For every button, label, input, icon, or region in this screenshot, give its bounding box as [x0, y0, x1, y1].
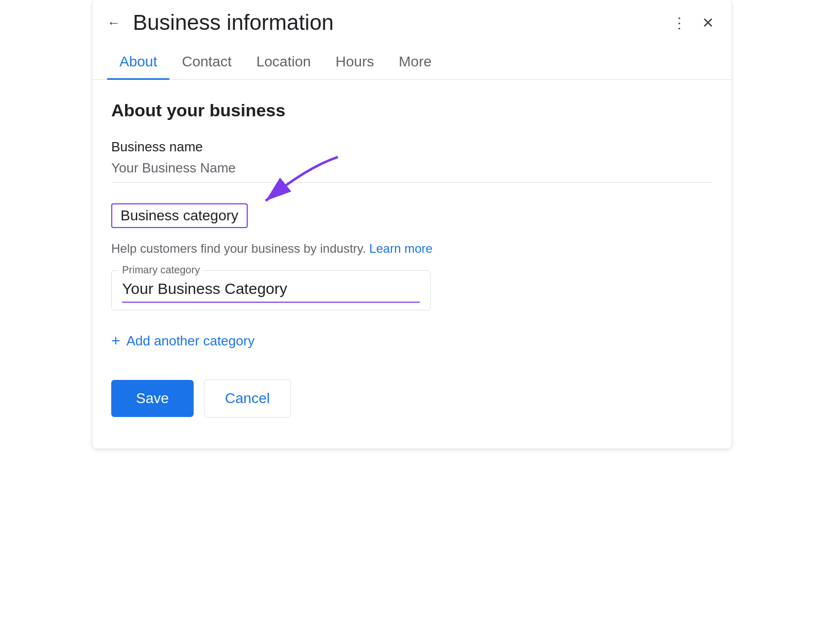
- learn-more-link[interactable]: Learn more: [369, 241, 433, 255]
- business-name-label: Business name: [111, 139, 713, 155]
- help-text: Help customers find your business by ind…: [111, 241, 713, 256]
- primary-category-label: Primary category: [119, 264, 203, 276]
- tab-about[interactable]: About: [107, 43, 169, 80]
- more-options-button[interactable]: ⋮: [669, 12, 690, 33]
- primary-category-value: Your Business Category: [122, 280, 420, 303]
- save-button[interactable]: Save: [111, 380, 194, 417]
- section-title: About your business: [111, 100, 713, 120]
- field-divider: [111, 182, 713, 183]
- dialog-header: ← Business information ⋮ ✕: [93, 0, 731, 43]
- cancel-button[interactable]: Cancel: [204, 379, 291, 417]
- tabs-container: About Contact Location Hours More: [93, 43, 731, 80]
- tab-more[interactable]: More: [386, 43, 444, 80]
- business-name-section: Business name Your Business Name: [111, 139, 713, 183]
- more-icon: ⋮: [672, 14, 686, 31]
- close-button[interactable]: ✕: [699, 12, 717, 33]
- primary-category-field[interactable]: Primary category Your Business Category: [111, 270, 431, 310]
- back-icon: ←: [107, 16, 121, 29]
- add-category-label: Add another category: [127, 333, 255, 349]
- close-icon: ✕: [702, 14, 714, 31]
- tab-contact[interactable]: Contact: [169, 43, 244, 80]
- page-title: Business information: [133, 10, 661, 35]
- tab-hours[interactable]: Hours: [323, 43, 387, 80]
- content-area: About your business Business name Your B…: [93, 80, 731, 448]
- business-category-section: Business category Help customers find yo…: [111, 203, 713, 355]
- footer-actions: Save Cancel: [111, 379, 713, 428]
- dialog-container: ← Business information ⋮ ✕ About Contact…: [93, 0, 731, 448]
- business-name-value: Your Business Name: [111, 160, 713, 180]
- header-actions: ⋮ ✕: [669, 12, 717, 33]
- add-category-button[interactable]: + Add another category: [111, 327, 254, 355]
- plus-icon: +: [111, 332, 121, 350]
- back-button[interactable]: ←: [103, 14, 125, 31]
- business-category-title: Business category: [111, 203, 713, 233]
- tab-location[interactable]: Location: [244, 43, 323, 80]
